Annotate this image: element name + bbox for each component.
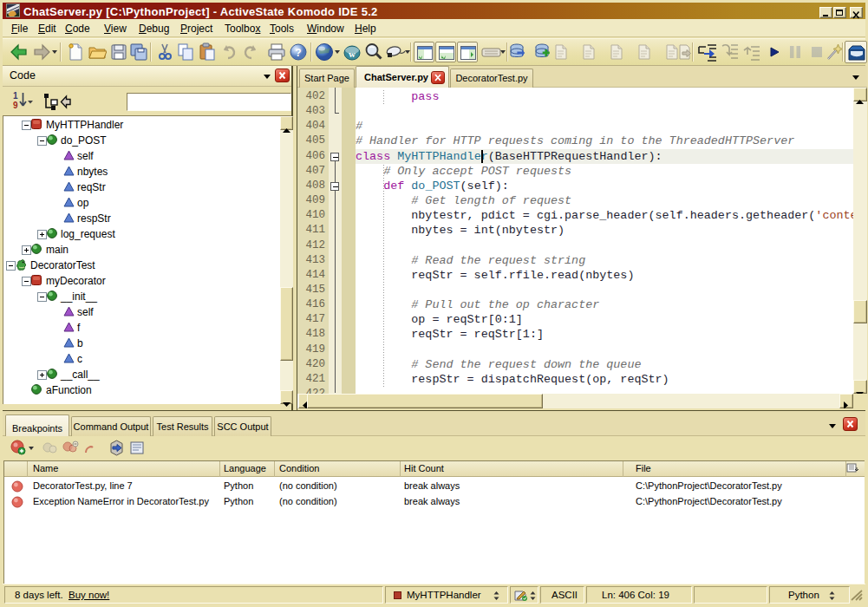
svg-text:w: w (349, 49, 356, 59)
svg-text:?: ? (295, 47, 301, 59)
svg-text:1: 1 (13, 91, 18, 101)
svg-text:9: 9 (13, 101, 18, 110)
